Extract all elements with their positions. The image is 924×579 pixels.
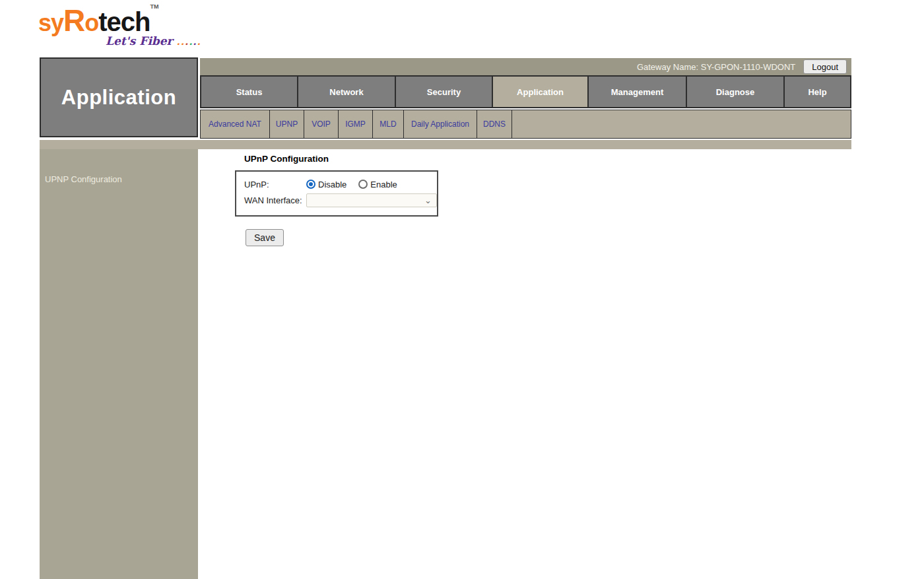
subnav-upnp[interactable]: UPNP bbox=[270, 110, 304, 138]
logo-text-r: R bbox=[63, 3, 84, 38]
subnav-advanced-nat[interactable]: Advanced NAT bbox=[201, 110, 270, 138]
wan-interface-label: WAN Interface: bbox=[244, 195, 306, 205]
syrotech-logo: syRotechTM Let's Fiber ...... bbox=[38, 4, 210, 51]
subnav-filler bbox=[512, 110, 851, 138]
sub-nav-bar: Advanced NAT UPNP VOIP IGMP MLD Daily Ap… bbox=[200, 110, 851, 139]
logo-tagline: Let's Fiber ...... bbox=[106, 34, 210, 48]
upnp-row: UPnP: Disable Enable bbox=[244, 176, 437, 192]
tab-status[interactable]: Status bbox=[201, 77, 298, 107]
tab-management[interactable]: Management bbox=[589, 77, 687, 107]
wan-interface-row: WAN Interface: ⌄ bbox=[244, 192, 437, 208]
main-nav-tabs: Status Network Security Application Mana… bbox=[200, 75, 851, 108]
chevron-down-icon: ⌄ bbox=[424, 196, 432, 205]
save-button[interactable]: Save bbox=[246, 229, 284, 246]
upnp-config-form: UPnP: Disable Enable WAN Interface: ⌄ bbox=[235, 170, 438, 217]
gateway-bar: Gateway Name: SY-GPON-1110-WDONT Logout bbox=[200, 58, 851, 75]
tab-application[interactable]: Application bbox=[493, 77, 589, 107]
tab-security[interactable]: Security bbox=[396, 77, 493, 107]
upnp-radio-group: Disable Enable bbox=[306, 180, 407, 189]
sidebar-item-upnp-configuration[interactable]: UPNP Configuration bbox=[45, 172, 198, 187]
upnp-enable-radio[interactable] bbox=[358, 180, 368, 189]
logo-text-o: o bbox=[84, 9, 98, 36]
wan-interface-select[interactable]: ⌄ bbox=[306, 193, 437, 207]
section-title: Application bbox=[61, 86, 176, 110]
upnp-enable-label: Enable bbox=[370, 180, 397, 189]
trademark-symbol: TM bbox=[150, 3, 159, 10]
gateway-name-label: Gateway Name: SY-GPON-1110-WDONT bbox=[637, 62, 795, 72]
upnp-disable-label: Disable bbox=[318, 180, 346, 189]
sidebar: UPNP Configuration bbox=[40, 149, 198, 579]
tab-diagnose[interactable]: Diagnose bbox=[687, 77, 785, 107]
logo-wordmark: syRotechTM bbox=[38, 4, 210, 36]
tab-help[interactable]: Help bbox=[785, 77, 850, 107]
upnp-disable-radio[interactable] bbox=[306, 180, 315, 189]
logo-text-sy: sy bbox=[38, 9, 63, 36]
tagline-dots: ...... bbox=[176, 34, 201, 48]
upnp-label: UPnP: bbox=[244, 180, 306, 189]
logout-button[interactable]: Logout bbox=[803, 59, 847, 74]
tab-network[interactable]: Network bbox=[298, 77, 396, 107]
subnav-ddns[interactable]: DDNS bbox=[477, 110, 512, 138]
subnav-voip[interactable]: VOIP bbox=[304, 110, 339, 138]
subnav-igmp[interactable]: IGMP bbox=[339, 110, 373, 138]
section-title-block: Application bbox=[40, 57, 198, 137]
page-title: UPnP Configuration bbox=[244, 154, 329, 164]
subnav-mld[interactable]: MLD bbox=[373, 110, 404, 138]
header-bottom-strip bbox=[40, 140, 851, 149]
logo-text-tech: tech bbox=[98, 7, 150, 36]
subnav-daily-application[interactable]: Daily Application bbox=[404, 110, 477, 138]
